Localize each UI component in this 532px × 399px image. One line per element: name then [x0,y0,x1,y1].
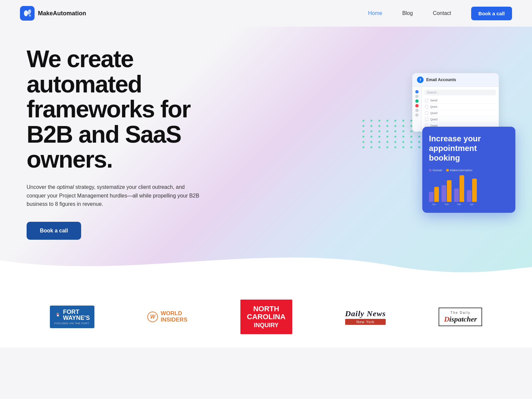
hero-desc-italic: optimal [57,184,74,190]
navbar: MakeAutomation Home Blog Contact Book a … [0,0,532,27]
logo[interactable]: MakeAutomation [20,6,86,21]
bar-group-1 [429,187,439,202]
checkbox [425,105,428,108]
hero-content: We create automated frameworks for B2B a… [0,27,532,280]
nbc-peacock-icon [55,312,61,318]
email-list-item: Send [424,97,496,104]
email-list-item: Que2 [424,110,496,116]
email-card-title: Email Accounts [426,77,456,82]
hero-right-visuals: f Email Accounts Search... [366,73,505,213]
sidebar-icon [415,104,419,107]
bar-human [429,192,434,202]
hero-book-call-button[interactable]: Book a call [27,222,81,240]
bar-auto [447,180,452,202]
hero-section: We create automated frameworks for B2B a… [0,27,532,280]
email-accounts-card: f Email Accounts Search... [412,73,499,132]
logo-icon [20,6,35,21]
facebook-icon: f [417,76,424,83]
press-section: FORTWAYNE'S FOCUSED ON THE FORT W WORLDI… [0,280,532,348]
bar-group-4 [467,179,477,202]
email-list-item: Que1 [424,104,496,110]
sidebar-icon [415,99,419,103]
bar-auto [460,175,464,202]
sidebar-icon [415,95,419,98]
hero-left: We create automated frameworks for B2B a… [27,47,213,240]
nav-blog[interactable]: Blog [402,10,413,16]
sidebar-icon [415,90,419,93]
appt-card-title: Increase your appointment booking [429,134,509,163]
nc-inquiry-logo: NORTHCAROLINAINQUIRY [240,300,292,334]
bar-group-3 [454,175,464,202]
svg-point-8 [57,315,59,317]
nav-home[interactable]: Home [368,10,382,16]
hero-desc-prefix: Uncover the [27,184,57,190]
email-search-bar: Search... [424,89,496,95]
world-insiders-logo: W WORLDINSIDERS [147,311,187,323]
sidebar-icon [415,113,419,117]
legend-human: Human [429,169,442,172]
logo-text: MakeAutomation [38,10,86,17]
bar-auto [434,187,439,202]
sidebar-icon [415,109,419,112]
bar-auto [472,179,477,202]
nav-contact[interactable]: Contact [433,10,451,16]
daily-dispatcher-logo: The Daily Dispatcher [439,308,482,326]
bar-human [454,189,459,202]
checkbox [425,99,428,102]
bar-group-2 [442,180,452,202]
appointment-card: Increase your appointment booking Human … [422,127,515,213]
fort-wayne-logo: FORTWAYNE'S FOCUSED ON THE FORT [50,306,95,328]
bar-chart [429,175,509,202]
bar-human [442,185,446,202]
checkbox [425,111,428,115]
chart-axis-labels: Jan Feb Mar Apr [429,203,509,205]
daily-news-logo: Daily News New York [345,309,386,325]
hero-description: Uncover the optimal strategy, systematiz… [27,183,200,208]
legend-makeautomation: MakeAutomation [446,169,472,172]
email-card-list: Search... Send Que1 Que2 [422,87,499,132]
nav-links: Home Blog Contact Book a call [368,7,512,20]
bar-human [467,190,471,202]
chart-legend: Human MakeAutomation [429,169,509,172]
nav-book-call-button[interactable]: Book a call [471,7,512,20]
svg-point-0 [24,10,28,16]
email-card-sidebar [412,87,422,132]
email-card-body: Search... Send Que1 Que2 [412,87,499,132]
email-card-header: f Email Accounts [412,73,499,87]
svg-point-2 [29,15,31,17]
checkbox [425,118,428,121]
hero-title: We create automated frameworks for B2B a… [27,47,213,172]
email-list-item: Que3 [424,116,496,123]
